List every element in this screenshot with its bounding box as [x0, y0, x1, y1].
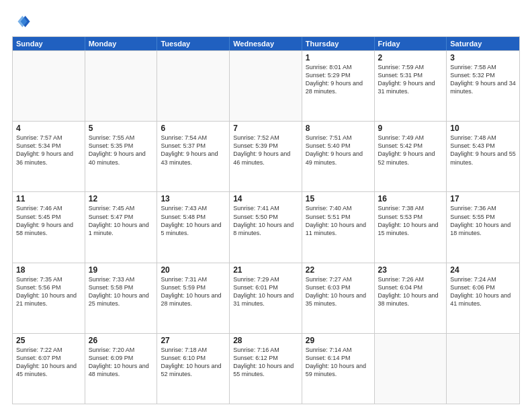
day-number: 12	[89, 194, 154, 203]
calendar-cell: 28Sunrise: 7:16 AMSunset: 6:12 PMDayligh…	[230, 334, 302, 404]
day-info: Sunrise: 7:55 AMSunset: 5:35 PMDaylight:…	[89, 134, 154, 167]
calendar-cell: 24Sunrise: 7:24 AMSunset: 6:06 PMDayligh…	[447, 263, 519, 333]
calendar-header-cell: Saturday	[447, 37, 519, 50]
calendar-cell: 11Sunrise: 7:46 AMSunset: 5:45 PMDayligh…	[13, 192, 85, 262]
day-info: Sunrise: 7:36 AMSunset: 5:55 PMDaylight:…	[450, 204, 516, 237]
day-number: 2	[378, 53, 443, 62]
day-number: 18	[16, 265, 81, 275]
day-info: Sunrise: 7:14 AMSunset: 6:14 PMDaylight:…	[306, 346, 371, 379]
day-number: 20	[161, 265, 226, 275]
day-info: Sunrise: 7:48 AMSunset: 5:43 PMDaylight:…	[450, 134, 516, 167]
day-number: 16	[378, 194, 443, 203]
header	[12, 12, 520, 31]
calendar-row: 25Sunrise: 7:22 AMSunset: 6:07 PMDayligh…	[13, 333, 519, 404]
calendar-row: 18Sunrise: 7:35 AMSunset: 5:56 PMDayligh…	[13, 263, 519, 333]
day-info: Sunrise: 7:43 AMSunset: 5:48 PMDaylight:…	[161, 204, 226, 237]
day-info: Sunrise: 7:27 AMSunset: 6:03 PMDaylight:…	[306, 275, 371, 308]
day-number: 17	[450, 194, 516, 203]
calendar-cell: 8Sunrise: 7:51 AMSunset: 5:40 PMDaylight…	[302, 122, 375, 191]
calendar-cell	[447, 334, 519, 404]
calendar-cell: 26Sunrise: 7:20 AMSunset: 6:09 PMDayligh…	[85, 334, 158, 404]
day-info: Sunrise: 7:24 AMSunset: 6:06 PMDaylight:…	[450, 275, 516, 308]
day-number: 24	[450, 265, 516, 275]
calendar-cell	[157, 51, 230, 121]
day-number: 7	[233, 124, 298, 133]
day-number: 22	[306, 265, 371, 275]
day-info: Sunrise: 7:16 AMSunset: 6:12 PMDaylight:…	[233, 346, 298, 379]
day-info: Sunrise: 7:18 AMSunset: 6:10 PMDaylight:…	[161, 346, 226, 379]
day-number: 28	[233, 336, 298, 345]
calendar-cell: 29Sunrise: 7:14 AMSunset: 6:14 PMDayligh…	[302, 334, 375, 404]
day-info: Sunrise: 7:46 AMSunset: 5:45 PMDaylight:…	[16, 204, 81, 237]
calendar-header-cell: Thursday	[302, 37, 375, 50]
day-info: Sunrise: 7:40 AMSunset: 5:51 PMDaylight:…	[306, 204, 371, 237]
calendar-cell: 1Sunrise: 8:01 AMSunset: 5:29 PMDaylight…	[302, 51, 375, 121]
day-number: 11	[16, 194, 81, 203]
calendar-cell: 18Sunrise: 7:35 AMSunset: 5:56 PMDayligh…	[13, 263, 85, 333]
calendar-cell: 9Sunrise: 7:49 AMSunset: 5:42 PMDaylight…	[375, 122, 447, 191]
calendar-cell: 27Sunrise: 7:18 AMSunset: 6:10 PMDayligh…	[157, 334, 230, 404]
calendar-header-cell: Friday	[375, 37, 447, 50]
calendar-cell: 25Sunrise: 7:22 AMSunset: 6:07 PMDayligh…	[13, 334, 85, 404]
day-info: Sunrise: 8:01 AMSunset: 5:29 PMDaylight:…	[306, 63, 371, 96]
day-number: 23	[378, 265, 443, 275]
calendar-cell	[85, 51, 158, 121]
day-number: 15	[306, 194, 371, 203]
calendar-row: 4Sunrise: 7:57 AMSunset: 5:34 PMDaylight…	[13, 121, 519, 191]
day-number: 9	[378, 124, 443, 133]
day-info: Sunrise: 7:58 AMSunset: 5:32 PMDaylight:…	[450, 63, 516, 96]
calendar-header: SundayMondayTuesdayWednesdayThursdayFrid…	[13, 37, 519, 50]
day-info: Sunrise: 7:31 AMSunset: 5:59 PMDaylight:…	[161, 275, 226, 308]
day-info: Sunrise: 7:29 AMSunset: 6:01 PMDaylight:…	[233, 275, 298, 308]
calendar-cell: 10Sunrise: 7:48 AMSunset: 5:43 PMDayligh…	[447, 122, 519, 191]
day-info: Sunrise: 7:52 AMSunset: 5:39 PMDaylight:…	[233, 134, 298, 167]
day-info: Sunrise: 7:26 AMSunset: 6:04 PMDaylight:…	[378, 275, 443, 308]
day-number: 13	[161, 194, 226, 203]
calendar-row: 1Sunrise: 8:01 AMSunset: 5:29 PMDaylight…	[13, 50, 519, 121]
calendar-cell: 22Sunrise: 7:27 AMSunset: 6:03 PMDayligh…	[302, 263, 375, 333]
page: SundayMondayTuesdayWednesdayThursdayFrid…	[0, 0, 532, 411]
calendar-header-cell: Sunday	[13, 37, 85, 50]
day-number: 14	[233, 194, 298, 203]
calendar-cell	[13, 51, 85, 121]
logo	[12, 12, 34, 31]
day-number: 5	[89, 124, 154, 133]
day-info: Sunrise: 7:35 AMSunset: 5:56 PMDaylight:…	[16, 275, 81, 308]
calendar-cell: 19Sunrise: 7:33 AMSunset: 5:58 PMDayligh…	[85, 263, 158, 333]
calendar-body: 1Sunrise: 8:01 AMSunset: 5:29 PMDaylight…	[13, 50, 519, 404]
day-info: Sunrise: 7:20 AMSunset: 6:09 PMDaylight:…	[89, 346, 154, 379]
logo-icon	[12, 12, 31, 31]
calendar-cell: 16Sunrise: 7:38 AMSunset: 5:53 PMDayligh…	[375, 192, 447, 262]
calendar: SundayMondayTuesdayWednesdayThursdayFrid…	[12, 36, 520, 404]
calendar-cell: 3Sunrise: 7:58 AMSunset: 5:32 PMDaylight…	[447, 51, 519, 121]
day-number: 26	[89, 336, 154, 345]
day-number: 4	[16, 124, 81, 133]
calendar-header-cell: Tuesday	[157, 37, 230, 50]
day-number: 27	[161, 336, 226, 345]
day-number: 3	[450, 53, 516, 62]
calendar-cell: 4Sunrise: 7:57 AMSunset: 5:34 PMDaylight…	[13, 122, 85, 191]
day-info: Sunrise: 7:49 AMSunset: 5:42 PMDaylight:…	[378, 134, 443, 167]
calendar-cell: 5Sunrise: 7:55 AMSunset: 5:35 PMDaylight…	[85, 122, 158, 191]
day-info: Sunrise: 7:41 AMSunset: 5:50 PMDaylight:…	[233, 204, 298, 237]
calendar-cell: 7Sunrise: 7:52 AMSunset: 5:39 PMDaylight…	[230, 122, 302, 191]
calendar-cell: 17Sunrise: 7:36 AMSunset: 5:55 PMDayligh…	[447, 192, 519, 262]
day-info: Sunrise: 7:54 AMSunset: 5:37 PMDaylight:…	[161, 134, 226, 167]
day-number: 19	[89, 265, 154, 275]
calendar-cell: 13Sunrise: 7:43 AMSunset: 5:48 PMDayligh…	[157, 192, 230, 262]
calendar-cell: 20Sunrise: 7:31 AMSunset: 5:59 PMDayligh…	[157, 263, 230, 333]
day-number: 6	[161, 124, 226, 133]
calendar-cell: 15Sunrise: 7:40 AMSunset: 5:51 PMDayligh…	[302, 192, 375, 262]
calendar-header-cell: Monday	[85, 37, 158, 50]
day-info: Sunrise: 7:59 AMSunset: 5:31 PMDaylight:…	[378, 63, 443, 96]
day-info: Sunrise: 7:57 AMSunset: 5:34 PMDaylight:…	[16, 134, 81, 167]
day-info: Sunrise: 7:33 AMSunset: 5:58 PMDaylight:…	[89, 275, 154, 308]
calendar-cell: 2Sunrise: 7:59 AMSunset: 5:31 PMDaylight…	[375, 51, 447, 121]
day-info: Sunrise: 7:51 AMSunset: 5:40 PMDaylight:…	[306, 134, 371, 167]
calendar-header-cell: Wednesday	[230, 37, 302, 50]
day-number: 29	[306, 336, 371, 345]
day-number: 10	[450, 124, 516, 133]
calendar-cell: 12Sunrise: 7:45 AMSunset: 5:47 PMDayligh…	[85, 192, 158, 262]
day-number: 8	[306, 124, 371, 133]
day-number: 21	[233, 265, 298, 275]
